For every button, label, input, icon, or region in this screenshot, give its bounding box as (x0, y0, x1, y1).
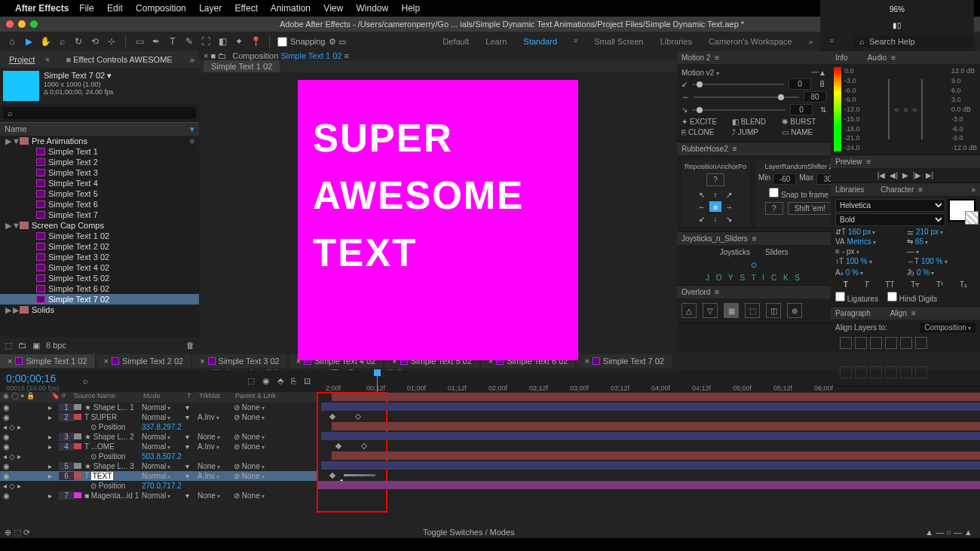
bpc-toggle[interactable]: 8 bpc (46, 341, 66, 350)
tl-icon-2[interactable]: ◉ (262, 376, 270, 386)
folder-scc[interactable]: Screen Cap Comps (32, 221, 104, 230)
new-folder-icon[interactable]: 🗀 (18, 341, 26, 350)
stroke-style[interactable]: — (907, 247, 919, 256)
timeline-tab[interactable]: × Simple Text 7 02 (577, 354, 672, 368)
h-scale[interactable]: 100 % (921, 257, 948, 265)
tab-audio[interactable]: Audio (868, 54, 887, 62)
btn-name[interactable]: ▭ NAME (782, 128, 826, 136)
track[interactable] (317, 412, 980, 421)
slider2-value[interactable]: 80 (804, 91, 826, 103)
panel-overlord[interactable]: Overlord (681, 288, 710, 296)
tab-libraries[interactable]: Libraries (835, 185, 864, 194)
ws-small[interactable]: Small Screen (594, 37, 643, 46)
project-item[interactable]: Simple Text 3 (0, 167, 199, 178)
align-bottom[interactable] (915, 337, 927, 349)
font-style[interactable]: Bold (835, 213, 945, 226)
menu-window[interactable]: Window (357, 3, 389, 14)
search-help[interactable]: ⌕ Search Help (853, 35, 974, 47)
ws-learn[interactable]: Learn (485, 37, 507, 46)
tsume[interactable]: 0 % (917, 268, 934, 277)
vol-knob-r[interactable]: ○ (912, 106, 917, 114)
subscript-btn[interactable]: T₁ (960, 280, 967, 289)
leading[interactable]: 210 px (916, 228, 943, 236)
project-item[interactable]: Simple Text 7 (0, 210, 199, 220)
rubber-tab1[interactable]: RepositionAnchorPo (684, 163, 746, 170)
panel-preview[interactable]: Preview (835, 158, 862, 166)
rect-tool-icon[interactable]: ▭ (133, 35, 145, 47)
puppet-tool-icon[interactable]: 📍 (250, 35, 262, 47)
timeline-tab[interactable]: × Simple Text 1 02 (0, 354, 95, 368)
ovl-4[interactable]: ⬚ (745, 303, 760, 318)
interpret-icon[interactable]: ⬚ (5, 341, 12, 350)
jns-tab-sliders[interactable]: Sliders (765, 248, 789, 256)
text-tool-icon[interactable]: T (167, 35, 179, 47)
tab-align[interactable]: Align (890, 309, 907, 317)
minimize-window[interactable] (18, 20, 26, 28)
menu-composition[interactable]: Composition (136, 3, 186, 14)
tab-info[interactable]: Info (835, 54, 848, 62)
stamp-tool-icon[interactable]: ⛶ (200, 35, 212, 47)
project-item[interactable]: Simple Text 4 02 (0, 262, 199, 273)
slider1-value[interactable]: 0 (789, 78, 811, 90)
menu-layer[interactable]: Layer (199, 3, 222, 14)
smallcaps-btn[interactable]: Tᴛ (911, 280, 920, 289)
track[interactable] (317, 431, 980, 441)
rubber-q1[interactable]: ? (706, 173, 724, 186)
nav-icon[interactable]: × ■ 🗀 (204, 51, 226, 60)
folder-pre[interactable]: Pre Animations (32, 136, 87, 145)
project-item[interactable]: Simple Text 7 02 (0, 294, 199, 305)
jns-tab-joysticks[interactable]: Joysticks (719, 248, 750, 256)
timeline-tracks[interactable]: ↖ (317, 392, 980, 526)
layer-row[interactable]: ◂ ◇ ▸ ⊙ Position 270.0,717.2 (0, 481, 317, 491)
eraser-tool-icon[interactable]: ◧ (216, 35, 228, 47)
ovl-6[interactable]: ⊕ (787, 303, 802, 318)
link-icon[interactable]: ⇅ (820, 106, 826, 114)
slider-3[interactable] (692, 109, 786, 111)
min-val[interactable]: -60 (773, 173, 796, 185)
selection-tool-icon[interactable]: ▶ (23, 35, 35, 47)
layer-row[interactable]: ◉ ▸ 1 ★ Shape L... 1 Normal ▾ ⊘ None (0, 403, 317, 412)
color-swatch[interactable] (948, 199, 975, 222)
anchor-grid[interactable]: ↖↑↗ ←■→ ↙↓↘ (696, 189, 735, 224)
menu-file[interactable]: File (79, 3, 93, 14)
track[interactable] (317, 402, 980, 412)
ligatures-check[interactable] (835, 292, 845, 302)
align-top[interactable] (885, 337, 897, 349)
track[interactable] (317, 451, 980, 461)
home-icon[interactable]: ⌂ (6, 35, 18, 47)
align-to[interactable]: Composition (920, 323, 975, 332)
vol-knob-l[interactable]: ○ (894, 106, 899, 114)
project-item[interactable]: Simple Text 3 02 (0, 252, 199, 262)
roto-tool-icon[interactable]: ✦ (233, 35, 245, 47)
char-overflow-icon[interactable]: » (971, 185, 975, 194)
tl-search-icon[interactable]: ⌕ (83, 376, 88, 385)
shift-em-btn[interactable]: Shift 'em! (788, 202, 832, 215)
first-frame-icon[interactable]: |◀ (877, 171, 886, 179)
align-right[interactable] (870, 337, 882, 349)
project-item[interactable]: Simple Text 4 (0, 178, 199, 188)
slider-1[interactable] (692, 84, 784, 85)
stroke-width[interactable]: - px (842, 247, 859, 256)
col-name[interactable]: Name (5, 124, 26, 134)
track[interactable] (317, 461, 980, 470)
folder-solids[interactable]: Solids (32, 305, 54, 314)
comp-viewport[interactable]: SUPER AWESOME TEXT (199, 72, 677, 360)
menu-effect[interactable]: Effect (235, 3, 258, 14)
zoom-slider[interactable]: ▲ — ○ — ▲ (917, 528, 980, 537)
font-size[interactable]: 160 px (848, 228, 875, 236)
btn-burst[interactable]: ✺ BURST (782, 118, 826, 126)
menu-help[interactable]: Help (402, 3, 421, 14)
kerning[interactable]: Metrics (847, 237, 876, 246)
tab-effect-controls[interactable]: ■ Effect Controls AWESOME (62, 54, 177, 66)
zoom-window[interactable] (30, 20, 38, 28)
project-search[interactable]: ⌕ (3, 107, 196, 119)
align-left[interactable] (840, 337, 852, 349)
close-window[interactable] (6, 20, 14, 28)
menu-animation[interactable]: Animation (271, 3, 311, 14)
tracking[interactable]: 65 (915, 237, 928, 246)
rubber-q2[interactable]: ? (765, 202, 783, 215)
tuning-icon[interactable]: 🎚 (819, 80, 826, 88)
project-item[interactable]: Simple Text 6 02 (0, 283, 199, 294)
layer-row[interactable]: ◉ ▸ 6 T TEXT Normal ▾ A.Inv ⊘ None (0, 471, 317, 481)
layer-row[interactable]: ◉ ▸ 5 ★ Shape L... 3 Normal ▾ None ⊘ Non… (0, 461, 317, 471)
